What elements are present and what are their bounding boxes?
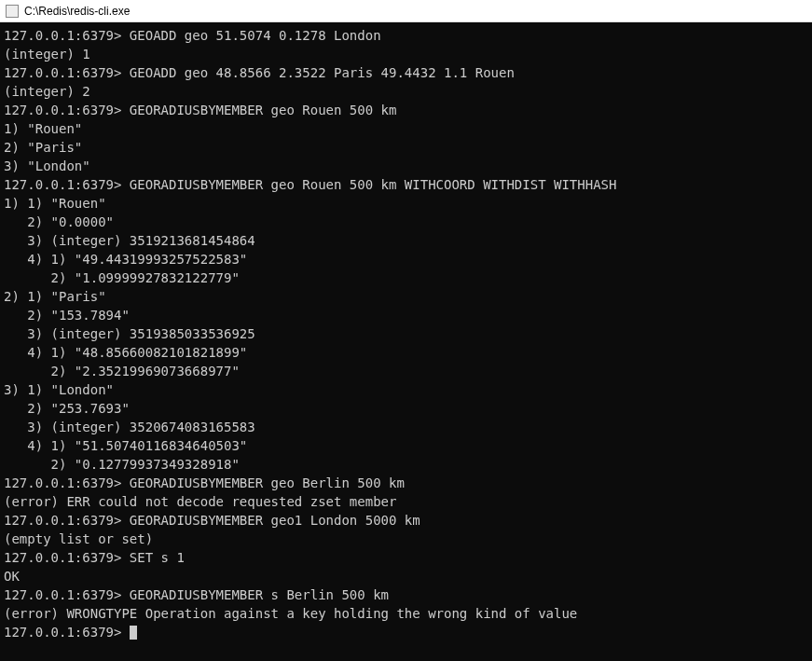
terminal-line: 1) 1) "Rouen" xyxy=(4,194,808,213)
terminal-line: 2) "1.09999927832122779" xyxy=(4,269,808,287)
terminal-line: 4) 1) "49.44319993257522583" xyxy=(4,250,808,269)
terminal-line: 1) "Rouen" xyxy=(4,119,808,138)
terminal-output[interactable]: 127.0.0.1:6379> GEOADD geo 51.5074 0.127… xyxy=(0,22,812,661)
command-text: GEORADIUSBYMEMBER s Berlin 500 km xyxy=(121,587,389,602)
prompt: 127.0.0.1:6379> xyxy=(4,625,121,640)
terminal-line: 3) (integer) 3520674083165583 xyxy=(4,418,808,436)
prompt: 127.0.0.1:6379> xyxy=(4,28,121,43)
terminal-line: 3) (integer) 3519385033536925 xyxy=(4,324,808,343)
command-text: GEORADIUSBYMEMBER geo Rouen 500 km xyxy=(121,103,396,117)
terminal-line: OK xyxy=(4,567,808,585)
command-text: GEOADD geo 48.8566 2.3522 Paris 49.4432 … xyxy=(121,65,514,80)
prompt: 127.0.0.1:6379> xyxy=(4,587,121,602)
terminal-line: (integer) 1 xyxy=(4,45,808,63)
terminal-line: 127.0.0.1:6379> GEOADD geo 48.8566 2.352… xyxy=(4,63,808,82)
title-bar: C:\Redis\redis-cli.exe xyxy=(0,0,812,22)
command-text: GEORADIUSBYMEMBER geo1 London 5000 km xyxy=(121,513,420,528)
terminal-line: 2) 1) "Paris" xyxy=(4,287,808,306)
terminal-line: 3) "London" xyxy=(4,157,808,175)
terminal-line: 2) "2.35219969073668977" xyxy=(4,362,808,380)
terminal-line: 2) "Paris" xyxy=(4,138,808,157)
prompt: 127.0.0.1:6379> xyxy=(4,103,121,117)
command-text: SET s 1 xyxy=(121,550,184,565)
prompt: 127.0.0.1:6379> xyxy=(4,177,121,192)
app-icon xyxy=(6,5,19,18)
prompt: 127.0.0.1:6379> xyxy=(4,513,121,528)
terminal-line: 2) "153.7894" xyxy=(4,306,808,324)
terminal-line: (error) ERR could not decode requested z… xyxy=(4,492,808,511)
terminal-line: 127.0.0.1:6379> GEORADIUSBYMEMBER geo Ro… xyxy=(4,175,808,194)
window-title: C:\Redis\redis-cli.exe xyxy=(24,5,130,18)
terminal-line: 2) "0.0000" xyxy=(4,213,808,231)
terminal-line: (error) WRONGTYPE Operation against a ke… xyxy=(4,604,808,623)
prompt: 127.0.0.1:6379> xyxy=(4,65,121,80)
terminal-line: (integer) 2 xyxy=(4,82,808,101)
terminal-line: 127.0.0.1:6379> xyxy=(4,623,808,641)
command-text: GEORADIUSBYMEMBER geo Berlin 500 km xyxy=(121,475,404,490)
terminal-line: 127.0.0.1:6379> GEORADIUSBYMEMBER geo Be… xyxy=(4,474,808,492)
command-text: GEORADIUSBYMEMBER geo Rouen 500 km WITHC… xyxy=(121,177,616,192)
terminal-line: 2) "253.7693" xyxy=(4,399,808,418)
prompt: 127.0.0.1:6379> xyxy=(4,550,121,565)
terminal-line: 127.0.0.1:6379> GEOADD geo 51.5074 0.127… xyxy=(4,26,808,45)
terminal-line: (empty list or set) xyxy=(4,530,808,548)
command-text xyxy=(121,625,129,640)
terminal-line: 2) "0.12779937349328918" xyxy=(4,455,808,474)
terminal-line: 127.0.0.1:6379> GEORADIUSBYMEMBER s Berl… xyxy=(4,585,808,604)
terminal-line: 127.0.0.1:6379> SET s 1 xyxy=(4,548,808,567)
terminal-line: 127.0.0.1:6379> GEORADIUSBYMEMBER geo1 L… xyxy=(4,511,808,530)
terminal-line: 3) 1) "London" xyxy=(4,380,808,399)
terminal-line: 4) 1) "51.50740116834640503" xyxy=(4,436,808,455)
prompt: 127.0.0.1:6379> xyxy=(4,475,121,490)
terminal-line: 4) 1) "48.85660082101821899" xyxy=(4,343,808,362)
terminal-line: 127.0.0.1:6379> GEORADIUSBYMEMBER geo Ro… xyxy=(4,101,808,119)
command-text: GEOADD geo 51.5074 0.1278 London xyxy=(121,28,380,43)
terminal-line: 3) (integer) 3519213681454864 xyxy=(4,231,808,250)
cursor xyxy=(130,626,137,640)
